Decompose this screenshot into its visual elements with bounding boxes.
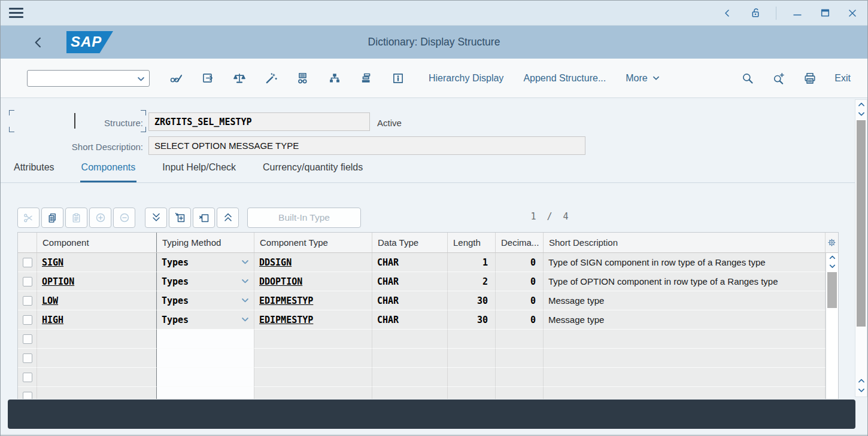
- status-active: Active: [377, 118, 402, 128]
- col-component-type[interactable]: Component Type: [254, 233, 372, 252]
- row-checkbox[interactable]: [23, 315, 32, 325]
- search-icon[interactable]: [741, 72, 754, 85]
- focus-corner: [9, 110, 14, 115]
- data-type-cell: CHAR: [372, 253, 448, 272]
- delete-row-button[interactable]: [193, 208, 215, 228]
- typing-method-dropdown[interactable]: Types: [157, 272, 254, 291]
- data-type-cell: CHAR: [372, 272, 448, 291]
- components-table: Component Typing Method Component Type D…: [17, 232, 839, 399]
- close-icon[interactable]: [846, 7, 859, 20]
- col-component[interactable]: Component: [37, 233, 157, 252]
- tab-currency-quantity-fields[interactable]: Currency/quantity fields: [262, 162, 364, 182]
- page-up-button[interactable]: [217, 208, 239, 228]
- scroll-up-icon[interactable]: [826, 253, 838, 262]
- col-typing-method[interactable]: Typing Method: [157, 233, 254, 252]
- component-type-link[interactable]: DDSIGN: [259, 257, 292, 268]
- decimals-cell: 0: [496, 291, 544, 310]
- row-checkbox[interactable]: [23, 392, 32, 400]
- data-type-cell: CHAR: [372, 310, 448, 330]
- table-row: HIGH Types EDIPMESTYP CHAR 30 0 Message …: [18, 310, 838, 330]
- scroll-up-icon[interactable]: [855, 376, 867, 386]
- display-change-icon[interactable]: [169, 72, 183, 85]
- row-checkbox[interactable]: [23, 373, 32, 382]
- typing-method-dropdown[interactable]: Types: [157, 253, 254, 272]
- select-all-header[interactable]: [18, 233, 37, 252]
- consistency-check-icon[interactable]: [233, 72, 246, 85]
- scrollbar-thumb[interactable]: [857, 120, 866, 327]
- more-menu-button[interactable]: More: [626, 73, 660, 84]
- row-checkbox[interactable]: [23, 353, 32, 363]
- command-field[interactable]: [27, 70, 150, 87]
- component-link[interactable]: OPTION: [42, 276, 74, 287]
- short-description-field[interactable]: SELECT OPTION MESSAGE TYPE: [148, 136, 585, 155]
- row-checkbox[interactable]: [23, 296, 32, 306]
- insert-line-button[interactable]: [89, 208, 111, 228]
- component-link[interactable]: LOW: [42, 295, 58, 306]
- col-data-type[interactable]: Data Type: [372, 233, 448, 252]
- component-type-link[interactable]: DDOPTION: [259, 276, 302, 287]
- insert-row-button[interactable]: [169, 208, 191, 228]
- paste-button[interactable]: [65, 208, 87, 228]
- tab-input-help-check[interactable]: Input Help/Check: [161, 162, 237, 182]
- decimals-cell: 0: [496, 253, 544, 272]
- print-icon[interactable]: [803, 72, 817, 85]
- col-length[interactable]: Length: [448, 233, 496, 252]
- hierarchy-display-button[interactable]: Hierarchy Display: [429, 73, 503, 84]
- col-decimals[interactable]: Decima...: [496, 233, 544, 252]
- hierarchy-icon[interactable]: [328, 72, 341, 85]
- scroll-up-icon[interactable]: [855, 100, 867, 109]
- row-checkbox[interactable]: [23, 277, 32, 286]
- component-link[interactable]: HIGH: [42, 315, 63, 325]
- scroll-down-icon[interactable]: [855, 386, 867, 395]
- window-scrollbar[interactable]: [855, 99, 867, 397]
- search-next-icon[interactable]: [772, 72, 785, 85]
- activate-icon[interactable]: [265, 72, 278, 85]
- database-utility-icon[interactable]: [360, 72, 373, 85]
- table-body: SIGN Types DDSIGN CHAR 1 0 Type of SIGN …: [18, 253, 838, 399]
- row-checkbox[interactable]: [23, 258, 32, 267]
- chevron-down-icon: [652, 74, 660, 83]
- component-type-link[interactable]: EDIPMESTYP: [259, 295, 313, 306]
- table-scrollbar[interactable]: [825, 253, 838, 399]
- chevron-down-icon: [241, 258, 250, 267]
- other-object-icon[interactable]: [201, 72, 214, 85]
- typing-method-dropdown[interactable]: Types: [157, 310, 254, 330]
- scrollbar-thumb[interactable]: [827, 272, 837, 308]
- title-bar: SAP Dictionary: Display Structure: [1, 26, 867, 59]
- maximize-icon[interactable]: [818, 7, 831, 20]
- decimals-cell: 0: [496, 310, 544, 330]
- tab-components[interactable]: Components: [80, 162, 137, 182]
- built-in-type-button[interactable]: Built-In Type: [247, 208, 361, 228]
- copy-button[interactable]: [41, 208, 63, 228]
- table-header: Component Typing Method Component Type D…: [18, 233, 838, 253]
- page-title: Dictionary: Display Structure: [1, 36, 867, 48]
- exit-button[interactable]: Exit: [834, 73, 851, 84]
- lock-unlocked-icon[interactable]: [748, 7, 761, 20]
- delete-line-button[interactable]: [113, 208, 135, 228]
- cut-button[interactable]: [17, 208, 40, 228]
- component-type-link[interactable]: EDIPMESTYP: [259, 315, 313, 325]
- where-used-list-icon[interactable]: [296, 72, 309, 85]
- scroll-down-icon[interactable]: [855, 109, 867, 119]
- col-short-description[interactable]: Short Description: [544, 233, 825, 252]
- structure-field[interactable]: ZRGTITS_SEL_MESTYP: [148, 112, 370, 131]
- append-structure-button[interactable]: Append Structure...: [523, 73, 606, 84]
- status-bar: [8, 400, 855, 429]
- back-icon[interactable]: [721, 7, 734, 20]
- component-link[interactable]: SIGN: [42, 257, 63, 268]
- scroll-down-icon[interactable]: [826, 262, 838, 271]
- row-checkbox[interactable]: [23, 334, 32, 344]
- page-down-button[interactable]: [145, 208, 167, 228]
- table-row: LOW Types EDIPMESTYP CHAR 30 0 Message t…: [18, 291, 838, 310]
- command-input[interactable]: [28, 71, 149, 86]
- length-cell: 30: [448, 310, 496, 330]
- short-description-cell: Message type: [544, 291, 825, 310]
- tab-attributes[interactable]: Attributes: [13, 162, 56, 182]
- minimize-icon[interactable]: [791, 7, 804, 20]
- typing-method-dropdown[interactable]: Types: [157, 291, 254, 310]
- decimals-cell: 0: [496, 272, 544, 291]
- information-icon[interactable]: [391, 72, 405, 85]
- chevron-down-icon: [241, 277, 250, 286]
- menu-icon[interactable]: [9, 8, 23, 18]
- table-settings-gear-icon[interactable]: [825, 233, 838, 252]
